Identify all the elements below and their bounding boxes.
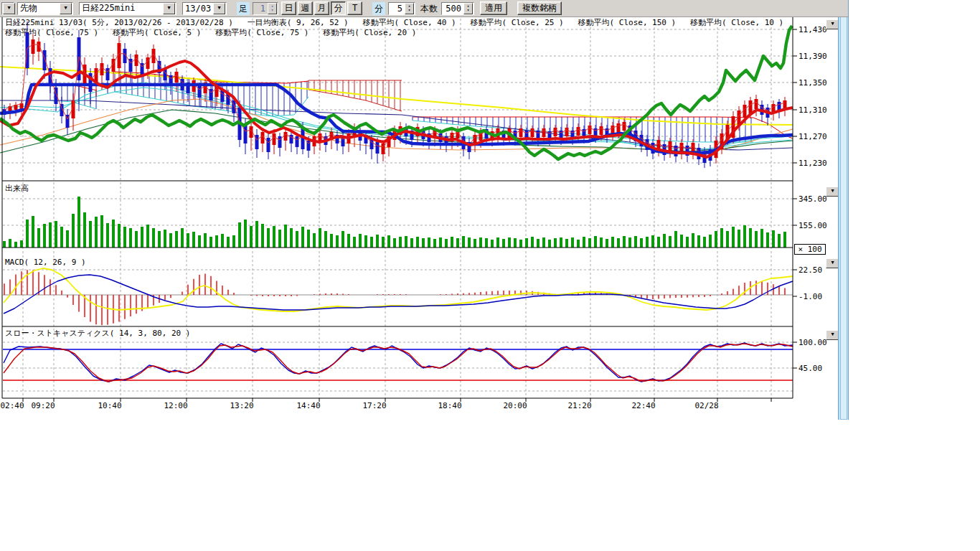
monthly-bar-button[interactable]: 月 — [314, 1, 329, 15]
apply-button[interactable]: 適用 — [480, 1, 507, 15]
weekly-bar-button[interactable]: 週 — [298, 1, 313, 15]
stochastics-panel-label: スロー・ストキャスティクス( 14, 3, 80, 20 ) — [5, 329, 190, 338]
instrument-type-value: 先物 — [18, 2, 59, 14]
bar-count-spinner[interactable]: 500 ▴▾ — [441, 2, 474, 15]
volume-axis-label: 155.00 — [798, 221, 827, 230]
spinner-up-down-icon[interactable]: ▴▾ — [405, 3, 414, 14]
daily-bar-button[interactable]: 日 — [281, 1, 296, 15]
chart-plot — [0, 0, 851, 423]
instrument-combo[interactable]: 日経225mini ▼ — [79, 2, 176, 15]
stoch-axis-label: 100.00 — [798, 338, 827, 347]
bar-interval-value: 1 — [253, 4, 267, 14]
chart-legend-line2: 移動平均( Close, 75 ) 移動平均( Close, 5 ) 移動平均(… — [5, 28, 416, 37]
toolbar: ▼ 先物 ▼ 日経225mini ▼ 13/03 ▼ 足 1 ▴▾ 日 週 月 … — [0, 0, 848, 17]
macd-axis-label: -1.00 — [798, 292, 822, 301]
multi-symbol-button[interactable]: 複数銘柄 — [517, 1, 562, 15]
main-axis-label: 11,390 — [798, 52, 827, 61]
volume-multiplier-box: × 100 — [794, 244, 826, 255]
x-axis-time-label: 13:20 — [225, 401, 258, 410]
x-axis-time-label: 02/28 — [690, 401, 723, 410]
spinner-up-down-icon[interactable]: ▴▾ — [268, 3, 277, 14]
x-axis-time-label: 21:20 — [563, 401, 596, 410]
contract-month-combo[interactable]: 13/03 ▼ — [182, 2, 227, 15]
x-axis-time-label: 02:40 — [0, 401, 29, 410]
macd-panel-label: MACD( 12, 26, 9 ) — [5, 258, 86, 267]
minute-interval-spinner[interactable]: 5 ▴▾ — [388, 2, 415, 15]
dropdown-arrow-icon[interactable]: ▼ — [3, 3, 15, 14]
mini-combo[interactable]: ▼ — [1, 2, 14, 15]
minute-bar-button[interactable]: 分 — [331, 1, 346, 15]
x-axis-time-label: 09:20 — [27, 401, 60, 410]
x-axis-time-label: 20:00 — [499, 401, 532, 410]
bar-type-label: 足 — [237, 2, 250, 15]
dropdown-arrow-icon[interactable]: ▼ — [163, 3, 175, 14]
main-axis-label: 11,230 — [798, 159, 827, 168]
bar-interval-spinner[interactable]: 1 ▴▾ — [253, 2, 278, 15]
chart-legend-line1: 日経225mini 13/03( 5分, 2013/02/26 - 2013/0… — [5, 18, 783, 27]
minute-interval-value: 5 — [389, 4, 404, 14]
dropdown-arrow-icon[interactable]: ▼ — [60, 3, 72, 14]
dropdown-arrow-icon[interactable]: ▼ — [213, 3, 225, 14]
main-axis-label: 11,350 — [798, 78, 827, 88]
vertical-scrollbar[interactable] — [838, 0, 849, 420]
x-axis-time-label: 22:40 — [627, 401, 660, 410]
trading-app-window: 日経225mini 13/03( 5分, 2013/02/26 - 2013/0… — [0, 0, 980, 551]
tick-bar-button[interactable]: T — [347, 1, 362, 15]
main-axis-label: 11,430 — [798, 25, 827, 34]
main-axis-label: 11,270 — [798, 132, 827, 141]
volume-panel-label: 出来高 — [5, 184, 29, 193]
minute-label: 分 — [372, 2, 385, 15]
instrument-type-combo[interactable]: 先物 ▼ — [17, 2, 73, 15]
stoch-axis-label: 45.00 — [798, 364, 822, 373]
bar-count-value: 500 — [442, 4, 463, 14]
chart-area: 日経225mini 13/03( 5分, 2013/02/26 - 2013/0… — [0, 0, 980, 551]
volume-axis-label: 345.00 — [798, 194, 827, 204]
x-axis-time-label: 17:20 — [358, 401, 391, 410]
contract-month-value: 13/03 — [183, 4, 212, 14]
x-axis-time-label: 12:00 — [159, 401, 192, 410]
macd-axis-label: 22.50 — [798, 265, 822, 275]
instrument-value: 日経225mini — [80, 2, 162, 14]
x-axis-time-label: 18:40 — [433, 401, 466, 410]
scrollbar-thumb[interactable] — [840, 1, 847, 420]
x-axis-time-label: 10:40 — [93, 401, 126, 410]
bar-count-label: 本数 — [418, 2, 440, 15]
main-axis-label: 11,310 — [798, 105, 827, 115]
x-axis-time-label: 14:40 — [292, 401, 325, 410]
spinner-up-down-icon[interactable]: ▴▾ — [463, 3, 473, 14]
